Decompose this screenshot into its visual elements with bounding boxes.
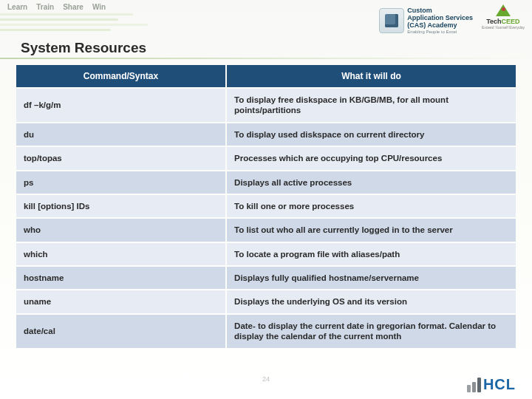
cell-description: Processes which are occupying top CPU/re… bbox=[227, 147, 516, 169]
title-underline bbox=[0, 58, 532, 59]
logo-group: Custom Application Services (CAS) Academ… bbox=[379, 4, 525, 37]
cell-description: To display used diskspace on current dir… bbox=[227, 123, 516, 146]
cell-description: To kill one or more processes bbox=[227, 195, 516, 217]
cell-command: du bbox=[16, 123, 225, 146]
col-header-command: Command/Syntax bbox=[16, 65, 225, 87]
cell-command: uname bbox=[16, 290, 225, 313]
table-row: duTo display used diskspace on current d… bbox=[16, 123, 516, 146]
cell-description: Displays the underlying OS and its versi… bbox=[227, 290, 516, 313]
cell-description: Displays fully qualified hostname/server… bbox=[227, 267, 516, 289]
table-row: top/topasProcesses which are occupying t… bbox=[16, 147, 516, 169]
table-row: whichTo locate a program file with alias… bbox=[16, 243, 516, 265]
banner-word: Learn bbox=[7, 3, 27, 11]
cas-line: (CAS) Academy bbox=[407, 22, 473, 30]
table-row: df –k/g/mTo display free diskspace in KB… bbox=[16, 89, 516, 122]
cell-command: ps bbox=[16, 171, 225, 194]
cell-command: top/topas bbox=[16, 147, 225, 169]
techceed-tagline: Exceed Yourself Everyday bbox=[482, 25, 525, 30]
triangle-icon bbox=[496, 4, 511, 16]
cas-cube-icon bbox=[379, 8, 404, 33]
cell-description: To locate a program file with aliases/pa… bbox=[227, 243, 516, 265]
top-banner: Learn Train Share Win Custom Application… bbox=[0, 0, 532, 44]
col-header-desc: What it will do bbox=[227, 65, 516, 87]
decorative-stripes bbox=[0, 13, 148, 40]
cell-description: Displays all active processes bbox=[227, 171, 516, 194]
table-header-row: Command/Syntax What it will do bbox=[16, 65, 516, 87]
hcl-logo: HCL bbox=[467, 376, 516, 393]
table-row: psDisplays all active processes bbox=[16, 171, 516, 194]
cas-academy-logo: Custom Application Services (CAS) Academ… bbox=[379, 4, 473, 37]
commands-table: Command/Syntax What it will do df –k/g/m… bbox=[15, 64, 517, 349]
cell-command: which bbox=[16, 243, 225, 265]
table-row: unameDisplays the underlying OS and its … bbox=[16, 290, 516, 313]
page-number: 24 bbox=[262, 375, 270, 383]
banner-word: Win bbox=[92, 3, 106, 11]
table-row: kill [options] IDsTo kill one or more pr… bbox=[16, 195, 516, 217]
banner-word: Share bbox=[63, 3, 83, 11]
cell-description: To display free diskspace in KB/GB/MB, f… bbox=[227, 89, 516, 122]
cell-command: df –k/g/m bbox=[16, 89, 225, 122]
techceed-name-b: CEED bbox=[502, 18, 520, 25]
table-row: whoTo list out who all are currently log… bbox=[16, 219, 516, 241]
table-row: hostnameDisplays fully qualified hostnam… bbox=[16, 267, 516, 289]
cell-command: hostname bbox=[16, 267, 225, 289]
cell-command: who bbox=[16, 219, 225, 241]
cas-tagline: Enabling People to Excel bbox=[407, 30, 473, 35]
table-container: Command/Syntax What it will do df –k/g/m… bbox=[0, 64, 532, 349]
techceed-logo: TechCEED Exceed Yourself Everyday bbox=[482, 4, 525, 37]
banner-word: Train bbox=[36, 3, 54, 11]
cell-command: date/cal bbox=[16, 315, 225, 348]
cell-command: kill [options] IDs bbox=[16, 195, 225, 217]
table-row: date/calDate- to display the current dat… bbox=[16, 315, 516, 348]
hcl-text: HCL bbox=[483, 376, 516, 393]
techceed-name-a: Tech bbox=[486, 18, 501, 25]
hcl-bars-icon bbox=[467, 378, 481, 392]
cell-description: To list out who all are currently logged… bbox=[227, 219, 516, 241]
cell-description: Date- to display the current date in gre… bbox=[227, 315, 516, 348]
